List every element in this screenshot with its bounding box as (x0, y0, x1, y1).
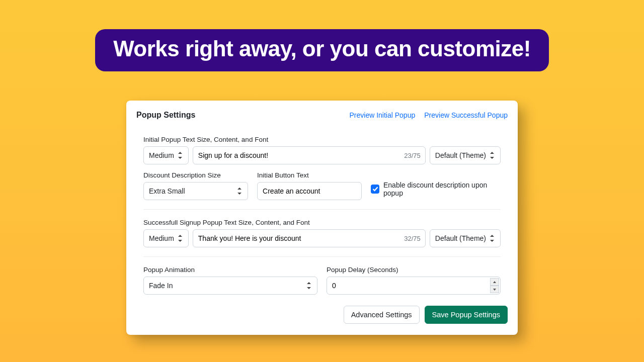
enable-desc-checkbox[interactable] (371, 185, 379, 194)
panel-title: Popup Settings (136, 111, 195, 120)
delay-spinner (490, 278, 499, 293)
initial-button-text-input[interactable] (257, 182, 362, 200)
desc-size-value: Extra Small (149, 187, 185, 195)
delay-input-wrap (327, 277, 501, 295)
select-caret-icon (490, 235, 495, 242)
desc-size-select[interactable]: Extra Small (143, 182, 248, 200)
success-text-counter: 32/75 (404, 235, 421, 242)
initial-size-select[interactable]: Medium (143, 146, 189, 164)
enable-desc-checkbox-row: Enable discount description upon popup (371, 181, 501, 197)
success-text-wrap: 32/75 (193, 229, 426, 247)
hero-banner: Works right away, or you can customize! (95, 29, 549, 71)
select-caret-icon (237, 188, 243, 195)
initial-button-text-label: Initial Button Text (257, 171, 362, 179)
select-caret-icon (490, 152, 495, 159)
initial-font-value: Default (Theme) (435, 151, 486, 159)
initial-text-input[interactable] (193, 146, 426, 164)
initial-popup-label: Initial Popup Text Size, Content, and Fo… (143, 136, 501, 143)
panel-links: Preview Initial Popup Preview Successful… (349, 111, 508, 119)
preview-initial-link[interactable]: Preview Initial Popup (349, 111, 415, 119)
divider (143, 209, 501, 210)
animation-value: Fade In (149, 282, 173, 290)
success-size-value: Medium (149, 234, 174, 242)
select-caret-icon (178, 152, 183, 159)
initial-font-select[interactable]: Default (Theme) (430, 146, 501, 164)
initial-text-wrap: 23/75 (193, 146, 426, 164)
panel-header: Popup Settings Preview Initial Popup Pre… (136, 111, 508, 120)
success-font-value: Default (Theme) (435, 234, 486, 242)
success-popup-label: Successfull Signup Popup Text Size, Cont… (143, 219, 501, 226)
animation-label: Popup Animation (143, 266, 317, 274)
animation-select[interactable]: Fade In (143, 277, 317, 295)
success-font-select[interactable]: Default (Theme) (430, 229, 501, 247)
check-icon (372, 186, 378, 192)
advanced-settings-button[interactable]: Advanced Settings (344, 306, 420, 324)
divider (143, 256, 501, 257)
delay-step-up[interactable] (490, 278, 499, 286)
preview-success-link[interactable]: Preview Successful Popup (424, 111, 508, 119)
success-size-select[interactable]: Medium (143, 229, 189, 247)
panel-footer: Advanced Settings Save Popup Settings (136, 306, 508, 324)
select-caret-icon (307, 282, 312, 289)
success-text-input[interactable] (193, 229, 426, 247)
enable-desc-label: Enable discount description upon popup (383, 181, 501, 197)
delay-label: Popup Delay (Seconds) (327, 266, 501, 274)
popup-settings-panel: Popup Settings Preview Initial Popup Pre… (126, 101, 518, 335)
select-caret-icon (178, 235, 183, 242)
save-button[interactable]: Save Popup Settings (425, 306, 508, 324)
delay-input[interactable] (332, 282, 489, 290)
desc-size-label: Discount Description Size (143, 171, 248, 179)
initial-size-value: Medium (149, 151, 174, 159)
initial-text-counter: 23/75 (404, 152, 421, 159)
delay-step-down[interactable] (490, 286, 499, 293)
